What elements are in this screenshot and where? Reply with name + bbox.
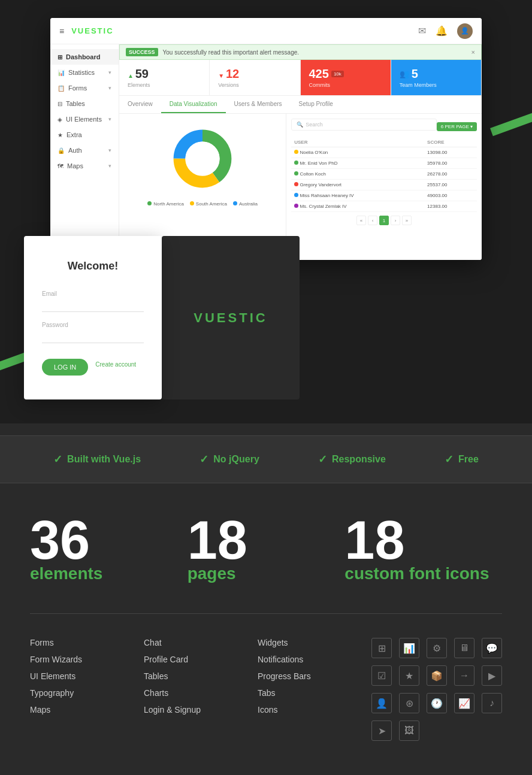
- sidebar-item-statistics[interactable]: 📊 Statistics ▾: [50, 65, 119, 80]
- feat-forms[interactable]: Forms: [30, 638, 132, 647]
- pagination: « ‹ 1 › »: [291, 216, 477, 225]
- chart-legend: North America South America Australia: [147, 201, 258, 207]
- sidebar-item-ui[interactable]: ◈ UI Elements ▾: [50, 111, 119, 127]
- extra-icon: ★: [58, 132, 63, 138]
- sidebar-item-label: Extra: [66, 131, 111, 138]
- icon-grid: ⊛: [399, 693, 419, 713]
- feat-notifications[interactable]: Notifications: [258, 655, 359, 664]
- icon-clock: 🕐: [427, 693, 447, 713]
- sidebar-item-dashboard[interactable]: ⊞ Dashboard: [50, 49, 119, 65]
- feat-col-3: Widgets Notifications Progress Bars Tabs…: [258, 638, 371, 741]
- status-dot: [294, 171, 298, 175]
- page-first[interactable]: «: [356, 216, 366, 225]
- sidebar-item-extra[interactable]: ★ Extra: [50, 127, 119, 143]
- donut-chart: [170, 126, 235, 192]
- tab-users[interactable]: Users & Members: [226, 96, 291, 113]
- sidebar-item-forms[interactable]: 📋 Forms ▾: [50, 80, 119, 96]
- feature-responsive: ✓ Responsive: [318, 453, 386, 466]
- icon-chat: 💬: [482, 638, 502, 658]
- vuestic-brand-text: VUESTIC: [194, 310, 267, 326]
- welcome-text: Welcome!: [42, 260, 144, 273]
- dashboard-icon: ⊞: [58, 54, 62, 60]
- stat-label-elements: Elements: [128, 82, 201, 88]
- feature-label-free: Free: [458, 454, 479, 465]
- tab-overview[interactable]: Overview: [119, 96, 161, 113]
- tabs-row: Overview Data Visualization Users & Memb…: [119, 96, 482, 114]
- feat-icons[interactable]: Icons: [258, 705, 359, 715]
- sidebar-item-label: Dashboard: [66, 53, 111, 60]
- maps-icon: 🗺: [58, 163, 64, 169]
- alert-close[interactable]: ×: [471, 49, 475, 56]
- data-table: USER SCORE Noelia O'Kon 13098.00: [291, 138, 477, 212]
- big-number-icons: 18: [344, 513, 502, 567]
- sidebar-item-maps[interactable]: 🗺 Maps ▾: [50, 158, 119, 174]
- legend-dot-yellow: [190, 201, 194, 205]
- status-dot: [294, 161, 298, 165]
- check-icon-vue: ✓: [53, 453, 62, 466]
- feat-chat[interactable]: Chat: [144, 638, 246, 647]
- hamburger-icon[interactable]: ≡: [59, 26, 64, 36]
- stat-elements: 59 Elements: [119, 60, 210, 95]
- overlay-row: Welcome! Email Password LOG IN Create ac…: [12, 236, 520, 399]
- alert-badge: SUCCESS: [126, 48, 158, 56]
- features-bar: ✓ Built with Vue.js ✓ No jQuery ✓ Respon…: [0, 435, 532, 483]
- email-label: Email: [42, 290, 144, 297]
- chevron-icon: ▾: [108, 163, 111, 169]
- icon-monitor: 🖥: [454, 638, 474, 658]
- per-page-button[interactable]: 6 PER PAGE ▾: [437, 122, 477, 131]
- divider: [30, 613, 502, 614]
- sidebar-item-label: Tables: [66, 100, 111, 107]
- stat-number-team: 5: [412, 67, 418, 81]
- password-input[interactable]: [42, 329, 144, 343]
- search-bar[interactable]: Search: [291, 119, 437, 131]
- feat-profile-card[interactable]: Profile Card: [144, 655, 246, 664]
- counter-elements: 36 elements: [30, 513, 188, 583]
- feature-vue: ✓ Built with Vue.js: [53, 453, 141, 466]
- table-row: Colton Koch 26278.00: [291, 169, 477, 180]
- big-label-pages: pages: [188, 564, 345, 583]
- icon-arrow: →: [454, 665, 474, 686]
- page-1[interactable]: 1: [379, 216, 389, 225]
- chevron-icon: ▾: [108, 147, 111, 153]
- feat-tabs[interactable]: Tabs: [258, 688, 359, 698]
- check-icon-responsive: ✓: [318, 453, 327, 466]
- feat-login-signup[interactable]: Login & Signup: [144, 705, 246, 715]
- feat-form-wizards[interactable]: Form Wizards: [30, 655, 132, 664]
- sidebar-item-auth[interactable]: 🔒 Auth ▾: [50, 143, 119, 158]
- top-section: ≡ VUESTIC ✉ 🔔 👤 ⊞ Dashboard 📊 Statistics…: [0, 0, 532, 423]
- page-prev[interactable]: ‹: [368, 216, 377, 225]
- mail-icon[interactable]: ✉: [418, 25, 426, 37]
- tab-setup[interactable]: Setup Profile: [291, 96, 341, 113]
- feat-typography[interactable]: Typography: [30, 688, 132, 698]
- create-account-link[interactable]: Create account: [95, 361, 136, 368]
- page-next[interactable]: ›: [391, 216, 400, 225]
- stat-commits: 425 10k Commits: [301, 60, 391, 95]
- dashboard-body: ⊞ Dashboard 📊 Statistics ▾ 📋 Forms ▾ ⊟ T…: [50, 44, 482, 260]
- chevron-icon: ▾: [108, 116, 111, 122]
- page-last[interactable]: »: [402, 216, 412, 225]
- icon-box: 📦: [427, 665, 447, 686]
- feat-progress-bars[interactable]: Progress Bars: [258, 671, 359, 681]
- feat-col-2: Chat Profile Card Tables Charts Login & …: [144, 638, 258, 741]
- bell-icon[interactable]: 🔔: [436, 25, 448, 37]
- stat-number-elements: 59: [128, 67, 201, 81]
- icon-send: ➤: [371, 720, 392, 741]
- legend-south-america: South America: [190, 201, 227, 207]
- sidebar-item-tables[interactable]: ⊟ Tables: [50, 96, 119, 111]
- email-input[interactable]: [42, 298, 144, 312]
- forms-icon: 📋: [58, 85, 65, 92]
- alert-bar: SUCCESS You successfully read this impor…: [119, 44, 482, 60]
- stats-section: 36 elements 18 pages 18 custom font icon…: [0, 483, 532, 765]
- avatar[interactable]: 👤: [457, 23, 473, 39]
- stat-number-versions: 12: [218, 67, 291, 81]
- feat-ui-elements[interactable]: UI Elements: [30, 671, 132, 681]
- feat-charts[interactable]: Charts: [144, 688, 246, 698]
- tab-data-visualization[interactable]: Data Visualization: [161, 96, 226, 113]
- status-dot: [294, 182, 298, 186]
- feat-widgets[interactable]: Widgets: [258, 638, 359, 647]
- feat-maps[interactable]: Maps: [30, 705, 132, 715]
- counter-icons: 18 custom font icons: [344, 513, 502, 583]
- login-button[interactable]: LOG IN: [42, 359, 88, 376]
- icon-checkbox: ☑: [371, 665, 392, 686]
- feat-tables[interactable]: Tables: [144, 671, 246, 681]
